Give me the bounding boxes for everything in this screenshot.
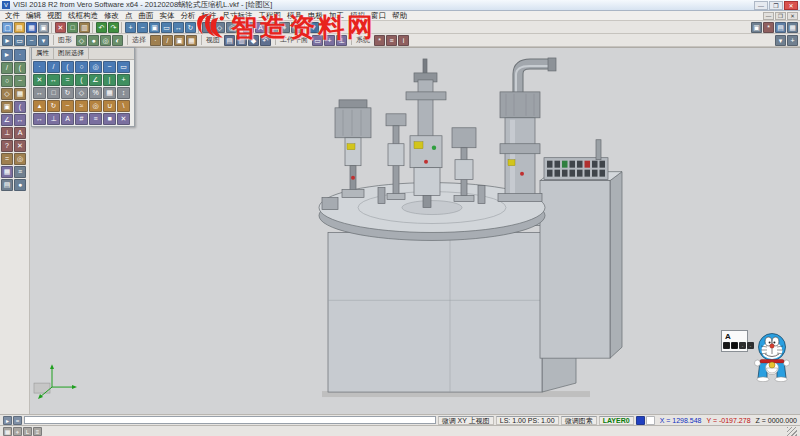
point-icon[interactable]: · — [33, 61, 46, 73]
zoom-in-icon[interactable]: + — [125, 22, 136, 33]
shell-icon[interactable]: ◎ — [89, 100, 102, 112]
menu-item[interactable]: 尺寸标注 — [220, 11, 256, 21]
select-arrow-icon[interactable]: ► — [2, 35, 13, 46]
select-window-icon[interactable]: ▭ — [14, 35, 25, 46]
menu-item[interactable]: 修改 — [101, 11, 122, 21]
pick-body-icon[interactable]: ▦ — [186, 35, 197, 46]
copy-icon[interactable]: □ — [47, 87, 60, 99]
sweep-icon[interactable]: ~ — [61, 100, 74, 112]
pick-edge-icon[interactable]: / — [162, 35, 173, 46]
views-side-icon[interactable]: ▤ — [1, 179, 13, 191]
workplane-align-icon[interactable]: ⊥ — [336, 35, 347, 46]
resize-grip[interactable] — [787, 427, 797, 436]
workplane-xy-icon[interactable]: ▭ — [312, 35, 323, 46]
floating-annotation-palette[interactable]: A ·· — [721, 330, 748, 352]
cad-model[interactable] — [30, 48, 800, 414]
panel-toggle-icon[interactable]: ▤ — [775, 22, 786, 33]
zoom-window-icon[interactable]: ▭ — [161, 22, 172, 33]
extrude-icon[interactable]: ▴ — [33, 100, 46, 112]
menu-item[interactable]: 模拟 — [347, 11, 368, 21]
dimension-icon[interactable]: ⊥ — [1, 127, 13, 139]
layer-icon[interactable]: ≡ — [89, 113, 102, 125]
line-icon[interactable]: / — [1, 62, 13, 74]
stretch-icon[interactable]: ↕ — [117, 87, 130, 99]
zoom-fit-icon[interactable]: ▣ — [149, 22, 160, 33]
menu-item[interactable]: 实体 — [157, 11, 178, 21]
system-info-icon[interactable]: i — [398, 35, 409, 46]
mirror-icon[interactable]: ◇ — [75, 87, 88, 99]
mdi-close-button[interactable]: ✕ — [787, 12, 798, 20]
menu-item[interactable]: 标注 — [199, 11, 220, 21]
revolve-icon[interactable]: ↻ — [47, 100, 60, 112]
circle-icon[interactable]: ○ — [75, 61, 88, 73]
arc-icon[interactable]: ( — [61, 61, 74, 73]
font-style-button[interactable]: A — [723, 332, 733, 341]
calculator-icon[interactable]: = — [13, 416, 22, 425]
background-color-swatch-icon[interactable] — [646, 416, 655, 425]
fillet-icon[interactable]: ( — [14, 101, 26, 113]
palette-tab[interactable]: 图层选择 — [54, 48, 89, 59]
transform-icon[interactable]: ↔ — [14, 114, 26, 126]
menu-item[interactable]: 编辑 — [23, 11, 44, 21]
scale-icon[interactable]: % — [89, 87, 102, 99]
color-icon[interactable]: ■ — [103, 113, 116, 125]
paste-icon[interactable]: ▥ — [79, 22, 90, 33]
menu-item[interactable]: 文件 — [2, 11, 23, 21]
snap-toggle-icon[interactable]: ⌖ — [13, 427, 22, 436]
extend-icon[interactable]: ↔ — [47, 74, 60, 86]
chamfer-icon[interactable]: ∠ — [89, 74, 102, 86]
menu-item[interactable]: 分析 — [178, 11, 199, 21]
attributes-icon[interactable]: A — [255, 22, 266, 33]
palette-tab[interactable]: 属性 — [32, 48, 54, 59]
settings-icon[interactable]: * — [763, 22, 774, 33]
workplane-indicator[interactable]: 微调 XY 上视图 — [438, 416, 494, 425]
arc-icon[interactable]: ( — [14, 62, 26, 74]
layers-icon[interactable]: ≡ — [243, 22, 254, 33]
window-tile-icon[interactable]: ▦ — [787, 22, 798, 33]
loft-icon[interactable]: ≈ — [75, 100, 88, 112]
select-filter-icon[interactable]: ▾ — [38, 35, 49, 46]
save-file-icon[interactable]: ▦ — [26, 22, 37, 33]
rotate-icon[interactable]: ↻ — [61, 87, 74, 99]
print-icon[interactable]: ▣ — [38, 22, 49, 33]
measure-icon[interactable]: ↔ — [33, 113, 46, 125]
break-icon[interactable]: | — [103, 74, 116, 86]
pan-icon[interactable]: ↔ — [173, 22, 184, 33]
fillet-icon[interactable]: ( — [75, 74, 88, 86]
dimension-icon[interactable]: ⊥ — [47, 113, 60, 125]
command-input[interactable] — [24, 416, 436, 424]
grid-toggle-icon[interactable]: ▦ — [3, 427, 12, 436]
display-wireframe-icon[interactable]: ◇ — [76, 35, 87, 46]
menu-item[interactable]: 电极 — [305, 11, 326, 21]
minimize-button[interactable]: — — [754, 1, 768, 10]
subtract-icon[interactable]: \ — [117, 100, 130, 112]
snap-indicator[interactable]: 微调图素 — [561, 416, 597, 425]
message-log-icon[interactable]: ▸ — [3, 416, 12, 425]
menu-item[interactable]: 模具 — [284, 11, 305, 21]
grid-icon[interactable]: # — [267, 22, 278, 33]
view-iso-icon[interactable]: ◆ — [248, 35, 259, 46]
menu-item[interactable]: 帮助 — [389, 11, 410, 21]
active-color-swatch-icon[interactable] — [636, 416, 645, 425]
trim-icon[interactable]: ✕ — [33, 74, 46, 86]
layer-toggle-icon[interactable]: ≡ — [33, 427, 42, 436]
copy-icon[interactable]: □ — [67, 22, 78, 33]
dark-swatch-icon[interactable] — [723, 342, 730, 349]
menu-item[interactable]: 加工 — [326, 11, 347, 21]
view-previous-icon[interactable]: ↶ — [260, 35, 271, 46]
display-shaded-icon[interactable]: ● — [88, 35, 99, 46]
redo-icon[interactable]: ↷ — [108, 22, 119, 33]
help-icon[interactable]: ? — [308, 22, 319, 33]
view-front-icon[interactable]: ▥ — [236, 35, 247, 46]
surface-icon[interactable]: ◇ — [1, 88, 13, 100]
point-icon[interactable]: · — [14, 49, 26, 61]
offset-icon[interactable]: = — [61, 74, 74, 86]
select-chain-icon[interactable]: ~ — [26, 35, 37, 46]
collapse-panel-icon[interactable]: ▾ — [775, 35, 786, 46]
menu-item[interactable]: 窗口 — [368, 11, 389, 21]
view-top-icon[interactable]: ▤ — [224, 35, 235, 46]
viewport-3d[interactable]: A ·· — [30, 47, 800, 414]
close-button[interactable]: ✕ — [784, 1, 798, 10]
maximize-button[interactable]: ❐ — [769, 1, 783, 10]
menu-item[interactable]: 视图 — [44, 11, 65, 21]
